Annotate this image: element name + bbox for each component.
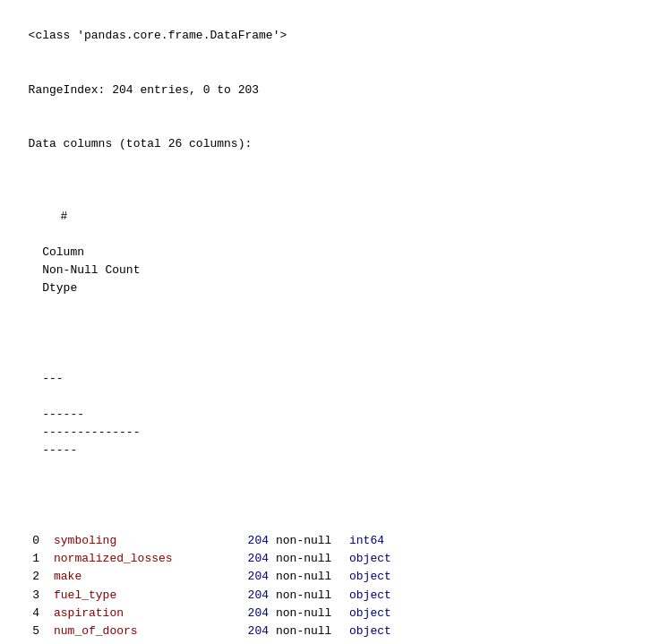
col-count: 204 [233, 623, 269, 640]
table-header: # Column Non-Null Count Dtype [14, 210, 221, 313]
col-count: 204 [233, 640, 269, 644]
col-dtype: object [349, 640, 391, 644]
col-name: aspiration [54, 605, 233, 623]
col-index: 3 [14, 587, 39, 605]
dataframe-info: <class 'pandas.core.frame.DataFrame'> Ra… [14, 9, 646, 644]
col-nonnull: non-null [276, 550, 349, 568]
col-dtype: object [349, 568, 391, 586]
table-row: 5num_of_doors 204non-nullobject [14, 623, 646, 640]
header-num: # [42, 208, 67, 226]
header-dtype: Dtype [42, 279, 77, 297]
table-row: 2make 204non-nullobject [14, 568, 646, 586]
col-count: 204 [233, 605, 269, 623]
data-line: Data columns (total 26 columns): [29, 137, 253, 150]
col-nonnull: non-null [276, 623, 349, 640]
table-row: 0symboling 204non-nullint64 [14, 532, 646, 550]
col-nonnull: non-null [276, 532, 349, 550]
col-index: 5 [14, 623, 39, 640]
col-index: 2 [14, 568, 39, 586]
col-count: 204 [233, 587, 269, 605]
col-count: 204 [233, 550, 269, 568]
col-nonnull: non-null [276, 640, 349, 644]
col-nonnull: non-null [276, 605, 349, 623]
table-body: 0symboling 204non-nullint64 1normalized_… [14, 532, 646, 644]
col-nonnull: non-null [276, 587, 349, 605]
class-line: <class 'pandas.core.frame.DataFrame'> [29, 29, 287, 42]
col-name: body_style [54, 640, 233, 644]
table-row: 1normalized_losses 204non-nullobject [14, 550, 646, 568]
col-nonnull: non-null [276, 568, 349, 586]
col-dtype: object [349, 605, 391, 623]
col-count: 204 [233, 532, 269, 550]
col-name: fuel_type [54, 587, 233, 605]
table-row: 6body_style 204non-nullobject [14, 640, 646, 644]
col-name: num_of_doors [54, 623, 233, 640]
col-name: make [54, 568, 233, 586]
col-index: 1 [14, 550, 39, 568]
col-name: symboling [54, 532, 233, 550]
col-dtype: int64 [349, 532, 384, 550]
header-nonnull: Non-Null Count [42, 262, 159, 279]
table-row: 4aspiration 204non-nullobject [14, 605, 646, 623]
col-index: 0 [14, 532, 39, 550]
col-count: 204 [233, 568, 269, 586]
separator: --- ------ -------------- ----- [14, 372, 221, 476]
col-dtype: object [349, 623, 391, 640]
range-line: RangeIndex: 204 entries, 0 to 203 [29, 83, 259, 97]
col-name: normalized_losses [54, 550, 233, 568]
col-index: 4 [14, 605, 39, 623]
col-dtype: object [349, 587, 391, 605]
header-column: Column [42, 244, 221, 262]
table-row: 3fuel_type 204non-nullobject [14, 587, 646, 605]
col-dtype: object [349, 550, 391, 568]
col-index: 6 [14, 640, 39, 644]
